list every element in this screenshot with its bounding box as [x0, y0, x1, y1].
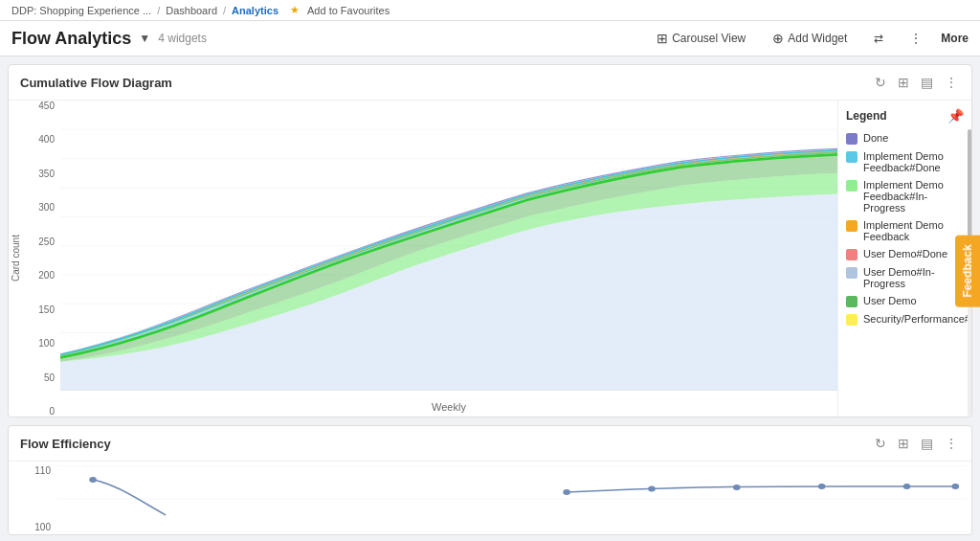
svg-point-15	[89, 477, 97, 483]
cfd-list-icon[interactable]: ▤	[919, 73, 935, 92]
carousel-icon: ⊞	[657, 31, 668, 46]
cfd-widget-title: Cumulative Flow Diagram	[20, 76, 172, 90]
svg-point-21	[951, 484, 959, 489]
breadcrumb-sep-2: /	[223, 5, 226, 16]
legend-item: Implement Demo Feedback	[842, 216, 968, 245]
add-widget-label: Add Widget	[788, 32, 847, 45]
flow-eff-title: Flow Efficiency	[20, 437, 111, 451]
flow-eff-refresh-icon[interactable]: ↻	[873, 434, 888, 453]
page-title: Flow Analytics	[11, 29, 131, 49]
legend-item: User Demo#Done	[842, 245, 968, 263]
legend-panel: Legend 📌 Done Implement Demo Feedback#Do…	[837, 101, 971, 417]
y-axis-label: Card count	[9, 101, 22, 417]
flow-eff-y-axis: 110 100	[28, 465, 56, 532]
feedback-tab[interactable]: Feedback	[955, 235, 980, 306]
carousel-view-button[interactable]: ⊞ Carousel View	[649, 27, 753, 50]
x-axis: 13-Jun-2022 20-Jun-2022 27-Jun-2022 04-J…	[60, 391, 837, 397]
breadcrumb-ddp[interactable]: DDP: Shopping Experience ...	[11, 5, 151, 16]
flow-eff-more-icon[interactable]: ⋮	[943, 434, 960, 453]
flow-eff-grid-icon[interactable]: ⊞	[896, 434, 911, 453]
cfd-refresh-icon[interactable]: ↻	[873, 73, 888, 92]
y-axis: 450 400 350 300 250 200 150 100 50 0	[24, 101, 60, 417]
x-axis-label: Weekly	[60, 397, 837, 417]
cfd-grid-icon[interactable]: ⊞	[896, 73, 911, 92]
svg-point-17	[648, 486, 656, 492]
svg-point-19	[818, 484, 826, 489]
cfd-more-icon[interactable]: ⋮	[943, 73, 960, 92]
carousel-view-label: Carousel View	[672, 32, 746, 45]
flow-efficiency-widget: Flow Efficiency ↻ ⊞ ▤ ⋮ 110 100	[8, 425, 972, 535]
legend-item: Implement Demo Feedback#In-Progress	[842, 176, 968, 216]
flow-eff-widget-header: Flow Efficiency ↻ ⊞ ▤ ⋮	[9, 426, 971, 462]
cfd-widget: Cumulative Flow Diagram ↻ ⊞ ▤ ⋮ Card cou…	[8, 64, 972, 417]
more-menu-dots[interactable]: ⋮	[902, 28, 929, 49]
more-button[interactable]: More	[941, 32, 969, 45]
legend-item: User Demo#In-Progress	[842, 263, 968, 292]
legend-item: User Demo	[842, 292, 968, 310]
cfd-widget-header: Cumulative Flow Diagram ↻ ⊞ ▤ ⋮	[9, 65, 971, 101]
legend-item: Security/Performance#Done	[842, 310, 968, 328]
legend-item: Done	[842, 129, 968, 147]
breadcrumb-analytics: Analytics	[232, 5, 278, 16]
star-icon[interactable]: ★	[290, 4, 300, 16]
flow-eff-list-icon[interactable]: ▤	[919, 434, 935, 453]
legend-title: Legend	[846, 109, 887, 123]
svg-point-20	[903, 484, 911, 489]
add-widget-icon: ⊕	[772, 31, 784, 46]
breadcrumb-sep-1: /	[157, 5, 160, 16]
add-to-favourites-link[interactable]: Add to Favourites	[307, 5, 390, 16]
legend-item: Implement Demo Feedback#Done	[842, 147, 968, 176]
flow-eff-y-label	[12, 465, 26, 532]
breadcrumb-dashboard[interactable]: Dashboard	[166, 5, 217, 16]
add-widget-button[interactable]: ⊕ Add Widget	[765, 27, 855, 50]
title-dropdown-icon[interactable]: ▼	[139, 32, 150, 45]
legend-pin-icon[interactable]: 📌	[947, 108, 964, 124]
breadcrumb-bar: DDP: Shopping Experience ... / Dashboard…	[0, 0, 980, 21]
share-icon[interactable]: ⇄	[866, 28, 891, 49]
svg-point-18	[733, 485, 741, 490]
page-header: Flow Analytics ▼ 4 widgets ⊞ Carousel Vi…	[0, 21, 980, 56]
svg-point-16	[563, 489, 570, 495]
widgets-count: 4 widgets	[158, 32, 207, 45]
